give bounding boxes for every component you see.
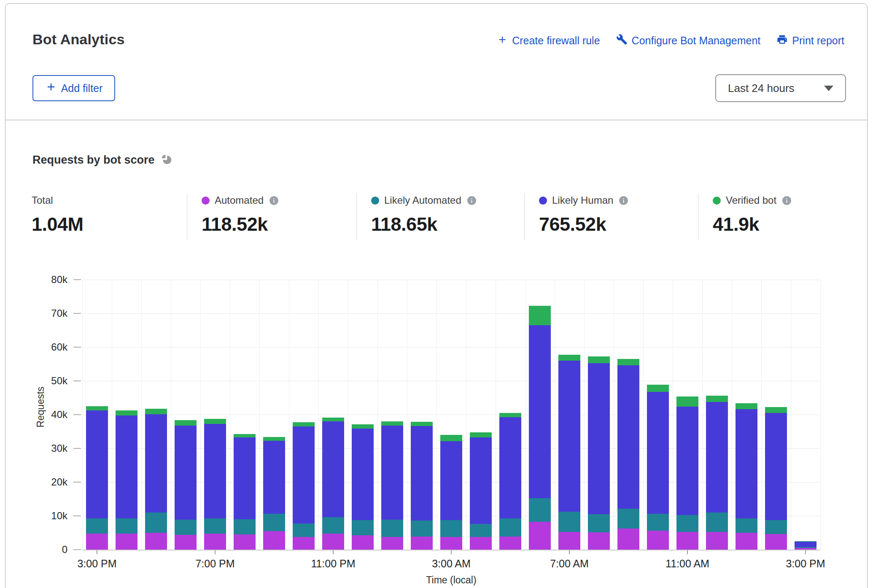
bar-9-00-am[interactable] <box>617 359 639 550</box>
bar-1-00-pm[interactable] <box>736 403 757 550</box>
bar-9-00-pm[interactable] <box>263 437 285 550</box>
bar-segment-likely-automated[interactable] <box>588 514 610 532</box>
bar-segment-likely-automated[interactable] <box>86 518 108 534</box>
bar-segment-likely-human[interactable] <box>647 392 669 514</box>
bar-segment-likely-human[interactable] <box>263 441 285 514</box>
bar-segment-likely-human[interactable] <box>588 363 610 514</box>
bar-7-00-am[interactable] <box>558 355 580 550</box>
bar-segment-verified-bot[interactable] <box>499 413 521 417</box>
bar-7-00-pm[interactable] <box>204 419 226 550</box>
bar-3-00-pm[interactable] <box>795 541 816 550</box>
bar-segment-automated[interactable] <box>765 534 787 550</box>
bar-8-00-am[interactable] <box>588 356 610 550</box>
bar-segment-automated[interactable] <box>647 531 669 550</box>
bar-6-00-pm[interactable] <box>175 420 197 550</box>
configure-bot-management-link[interactable]: Configure Bot Management <box>616 34 761 48</box>
bar-segment-likely-automated[interactable] <box>617 509 639 529</box>
bar-segment-likely-human[interactable] <box>116 415 137 519</box>
bar-segment-automated[interactable] <box>145 533 167 550</box>
bar-segment-verified-bot[interactable] <box>588 356 610 363</box>
bar-segment-likely-human[interactable] <box>322 421 344 517</box>
bar-segment-verified-bot[interactable] <box>411 422 433 426</box>
bar-segment-automated[interactable] <box>470 537 492 550</box>
bar-segment-verified-bot[interactable] <box>352 424 374 429</box>
bar-segment-likely-automated[interactable] <box>795 547 816 548</box>
bar-2-00-pm[interactable] <box>765 407 787 550</box>
bar-3-00-pm[interactable] <box>86 406 108 550</box>
bar-segment-likely-automated[interactable] <box>322 517 344 534</box>
bar-segment-automated[interactable] <box>499 537 521 550</box>
bar-10-00-am[interactable] <box>647 385 669 550</box>
bar-4-00-am[interactable] <box>470 432 492 550</box>
bar-segment-automated[interactable] <box>529 522 551 550</box>
bar-segment-verified-bot[interactable] <box>204 419 226 424</box>
bar-segment-likely-human[interactable] <box>795 542 816 547</box>
bar-segment-likely-human[interactable] <box>499 417 521 518</box>
print-report-link[interactable]: Print report <box>776 34 844 48</box>
bar-segment-verified-bot[interactable] <box>175 420 197 426</box>
bar-segment-likely-automated[interactable] <box>440 520 462 537</box>
bar-segment-likely-human[interactable] <box>529 325 551 498</box>
bar-segment-likely-automated[interactable] <box>529 498 551 521</box>
bar-segment-verified-bot[interactable] <box>440 435 462 441</box>
bar-segment-automated[interactable] <box>558 532 580 550</box>
bar-segment-verified-bot[interactable] <box>529 306 551 325</box>
bar-8-00-pm[interactable] <box>234 434 256 550</box>
info-icon[interactable] <box>466 195 477 206</box>
bar-segment-verified-bot[interactable] <box>145 409 167 414</box>
bar-segment-likely-automated[interactable] <box>293 523 315 537</box>
bar-segment-verified-bot[interactable] <box>558 355 580 361</box>
bar-segment-likely-automated[interactable] <box>647 514 669 531</box>
bar-segment-verified-bot[interactable] <box>736 403 757 409</box>
bar-segment-automated[interactable] <box>293 537 315 550</box>
bar-segment-automated[interactable] <box>588 532 610 550</box>
bar-segment-likely-human[interactable] <box>736 409 757 518</box>
bar-segment-verified-bot[interactable] <box>322 418 344 421</box>
bar-segment-likely-human[interactable] <box>411 426 433 521</box>
bar-12-00-pm[interactable] <box>706 396 728 550</box>
bar-segment-likely-human[interactable] <box>676 407 698 515</box>
bar-segment-automated[interactable] <box>352 535 374 550</box>
bar-segment-verified-bot[interactable] <box>795 541 816 542</box>
bar-segment-likely-automated[interactable] <box>175 520 197 535</box>
bar-segment-likely-human[interactable] <box>145 414 167 512</box>
bar-6-00-am[interactable] <box>529 306 551 550</box>
bar-segment-likely-automated[interactable] <box>706 512 728 532</box>
bar-segment-automated[interactable] <box>175 535 197 550</box>
bar-segment-automated[interactable] <box>322 534 344 550</box>
bar-segment-likely-human[interactable] <box>558 361 580 512</box>
bar-5-00-am[interactable] <box>499 413 521 550</box>
bar-segment-likely-automated[interactable] <box>234 519 256 534</box>
bar-segment-likely-automated[interactable] <box>736 518 757 533</box>
bar-3-00-am[interactable] <box>440 435 462 550</box>
bar-segment-likely-automated[interactable] <box>381 520 403 537</box>
bar-segment-verified-bot[interactable] <box>86 406 108 410</box>
bar-segment-likely-human[interactable] <box>293 426 315 523</box>
bar-segment-verified-bot[interactable] <box>293 422 315 426</box>
bar-segment-likely-human[interactable] <box>617 365 639 509</box>
bar-segment-likely-automated[interactable] <box>765 520 787 534</box>
bar-segment-likely-automated[interactable] <box>352 520 374 535</box>
bar-segment-verified-bot[interactable] <box>706 396 728 402</box>
bar-segment-likely-automated[interactable] <box>499 518 521 537</box>
bar-segment-likely-human[interactable] <box>381 426 403 520</box>
bar-segment-automated[interactable] <box>381 537 403 550</box>
bar-segment-automated[interactable] <box>440 537 462 550</box>
bar-segment-likely-human[interactable] <box>440 441 462 520</box>
bar-segment-automated[interactable] <box>263 531 285 550</box>
bar-segment-likely-human[interactable] <box>706 402 728 512</box>
info-icon[interactable] <box>781 195 792 206</box>
bar-segment-automated[interactable] <box>204 534 226 550</box>
bar-segment-verified-bot[interactable] <box>470 432 492 437</box>
bar-segment-likely-human[interactable] <box>470 437 492 524</box>
bar-segment-verified-bot[interactable] <box>381 421 403 426</box>
bar-segment-likely-human[interactable] <box>765 413 787 520</box>
bar-segment-verified-bot[interactable] <box>234 434 256 438</box>
bar-segment-likely-human[interactable] <box>352 429 374 521</box>
bar-segment-likely-automated[interactable] <box>145 512 167 533</box>
bar-segment-verified-bot[interactable] <box>676 396 698 407</box>
bar-segment-likely-automated[interactable] <box>470 524 492 537</box>
bar-segment-automated[interactable] <box>116 534 137 550</box>
bar-segment-automated[interactable] <box>234 534 256 550</box>
bar-segment-automated[interactable] <box>617 529 639 550</box>
